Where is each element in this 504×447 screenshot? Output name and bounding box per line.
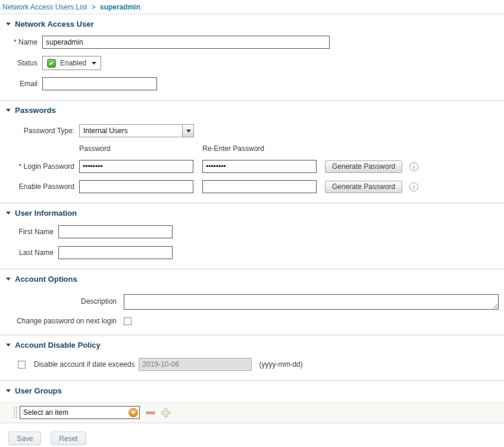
section-header-passwords[interactable]: Passwords (0, 105, 504, 115)
section-header-account-disable-policy[interactable]: Account Disable Policy (0, 340, 504, 350)
collapse-triangle-icon (6, 109, 11, 112)
reenter-password-column-header: Re-Enter Password (202, 144, 264, 153)
section-header-account-options[interactable]: Account Options (0, 274, 504, 284)
email-label: Email (0, 80, 37, 88)
password-column-headers: Password Re-Enter Password (79, 144, 504, 153)
section-header-network-access-user[interactable]: Network Access User (0, 19, 504, 29)
description-row: Description (0, 294, 504, 310)
combobox-dropdown-button[interactable] (182, 124, 194, 137)
enable-reenter-password-input[interactable] (202, 180, 317, 193)
section-title: User Groups (15, 386, 62, 395)
collapse-triangle-icon (6, 344, 11, 347)
section-header-user-information[interactable]: User Information (0, 208, 504, 218)
disable-account-row: Disable account if date exceeds (yyyy-mm… (0, 358, 504, 371)
section-user-groups: User Groups Select an item (0, 381, 504, 423)
name-row: * Name (0, 36, 504, 49)
disable-account-checkbox[interactable] (18, 361, 26, 369)
last-name-input[interactable] (58, 246, 173, 259)
login-password-label: * Login Password (0, 162, 74, 171)
description-textarea[interactable] (124, 294, 499, 310)
collapse-triangle-icon (6, 278, 11, 281)
status-value: Enabled (60, 59, 86, 67)
user-group-select-value: Select an item (23, 408, 68, 417)
save-button[interactable]: Save (8, 432, 41, 445)
enabled-check-icon: ✔ (47, 59, 56, 68)
remove-user-group-icon[interactable] (146, 411, 155, 414)
section-header-user-groups[interactable]: User Groups (0, 386, 504, 395)
date-format-hint: (yyyy-mm-dd) (259, 360, 302, 369)
network-access-user-page: Network Access Users List > superadmin N… (0, 0, 504, 447)
collapse-triangle-icon (6, 389, 11, 392)
status-row: Status ✔ Enabled (0, 56, 504, 70)
chevron-down-icon (186, 130, 191, 133)
collapse-triangle-icon (6, 23, 11, 26)
last-name-row: Last Name (0, 246, 504, 259)
section-passwords: Passwords Password Type: Internal Users … (0, 100, 504, 203)
password-type-value: Internal Users (79, 124, 183, 137)
first-name-label: First Name (0, 228, 54, 236)
enable-password-input[interactable] (79, 180, 193, 193)
change-password-row: Change password on next login (0, 317, 504, 325)
change-password-checkbox[interactable] (124, 317, 132, 325)
chevron-down-icon (92, 62, 96, 65)
change-password-label: Change password on next login (0, 317, 117, 325)
status-dropdown[interactable]: ✔ Enabled (42, 56, 101, 70)
generate-enable-password-button[interactable]: Generate Password (325, 181, 402, 193)
password-type-label: Password Type: (0, 127, 74, 135)
section-title: User Information (15, 209, 77, 218)
password-type-row: Password Type: Internal Users (0, 124, 504, 137)
login-password-row: * Login Password Generate Password i (0, 160, 504, 173)
first-name-row: First Name (0, 225, 504, 238)
section-title: Passwords (15, 106, 56, 115)
breadcrumb-current: superadmin (100, 3, 140, 11)
breadcrumb-link-users-list[interactable]: Network Access Users List (2, 3, 87, 11)
form-footer: Save Reset (0, 423, 504, 447)
section-network-access-user: Network Access User * Name Status ✔ Enab… (0, 14, 504, 100)
info-icon[interactable]: i (409, 162, 418, 171)
password-column-header: Password (79, 144, 202, 153)
email-row: Email (0, 77, 504, 90)
reset-button[interactable]: Reset (51, 432, 86, 445)
login-password-input[interactable] (79, 160, 193, 173)
disable-account-label: Disable account if date exceeds (34, 360, 134, 369)
enable-password-label: Enable Password (0, 182, 74, 191)
breadcrumb: Network Access Users List > superadmin (0, 0, 504, 14)
chevron-down-circle-icon (129, 408, 138, 417)
description-label: Description (0, 297, 117, 306)
login-reenter-password-input[interactable] (202, 160, 317, 173)
section-user-information: User Information First Name Last Name (0, 203, 504, 269)
generate-login-password-button[interactable]: Generate Password (325, 160, 402, 173)
breadcrumb-separator: > (91, 3, 95, 11)
collapse-triangle-icon (6, 212, 11, 215)
info-icon[interactable]: i (409, 182, 418, 191)
section-title: Network Access User (15, 20, 93, 29)
name-label: * Name (0, 38, 37, 46)
user-group-select[interactable]: Select an item (20, 406, 140, 419)
section-title: Account Disable Policy (15, 341, 101, 350)
section-account-disable-policy: Account Disable Policy Disable account i… (0, 335, 504, 381)
user-group-row: Select an item (0, 402, 504, 423)
name-input[interactable] (42, 36, 330, 49)
password-type-combobox[interactable]: Internal Users (79, 124, 194, 137)
email-input[interactable] (42, 77, 157, 90)
add-user-group-icon[interactable] (161, 408, 171, 418)
drag-handle-icon[interactable] (13, 407, 18, 418)
section-account-options: Account Options Description Change passw… (0, 269, 504, 335)
disable-date-input (139, 358, 252, 371)
status-label: Status (0, 59, 37, 67)
section-title: Account Options (15, 275, 77, 284)
enable-password-row: Enable Password Generate Password i (0, 180, 504, 193)
first-name-input[interactable] (58, 225, 173, 238)
last-name-label: Last Name (0, 248, 54, 257)
